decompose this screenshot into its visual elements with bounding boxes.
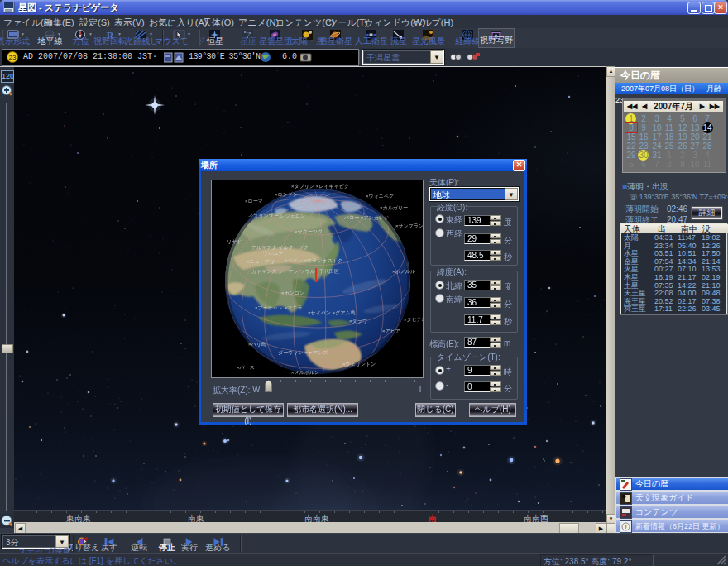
svg-text:バロー ×アンカレジ: バロー ×アンカレジ (343, 215, 389, 220)
svg-text:ダーウィン ×ケアンズ: ダーウィン ×ケアンズ (278, 350, 328, 355)
svg-text:リヤド: リヤド (227, 239, 242, 245)
svg-text:×ニューデリー: ×ニューデリー (247, 259, 280, 265)
svg-text:×タラワ: ×タラワ (349, 319, 367, 324)
svg-text:×ヤクーツク: ×ヤクーツク (295, 229, 323, 234)
svg-text:イスタンブール ジェロン: イスタンブール ジェロン (248, 213, 305, 218)
svg-text:×ローマ: ×ローマ (245, 199, 263, 204)
svg-text:×ホノルル: ×ホノルル (392, 269, 416, 274)
svg-text:アルマアタ イルクーツク: アルマアタ イルクーツク (251, 245, 309, 250)
svg-text:×バリ島: ×バリ島 (248, 342, 266, 348)
svg-text:×カルガリー: ×カルガリー (380, 205, 408, 211)
svg-text:カトマンズ シーアン ソウル: カトマンズ シーアン ソウル (251, 269, 316, 274)
svg-text:ウルムチ: ウルムチ (263, 251, 284, 256)
svg-text:×ウィニペグ: ×ウィニペグ (366, 194, 395, 199)
svg-text:千代田区: 千代田区 (318, 268, 339, 275)
svg-text:×サンフランシ: ×サンフランシ (395, 223, 423, 228)
svg-text:×メルボルン: ×メルボルン (291, 370, 319, 375)
svg-text:×タヒチ島: ×タヒチ島 (404, 317, 423, 323)
svg-text:×タブリン ×レイキャビク: ×タブリン ×レイキャビク (291, 183, 349, 189)
svg-text:×ウェリントン: ×ウェリントン (342, 362, 376, 367)
svg-text:23: 23 (9, 54, 17, 61)
svg-text:×ロンドン: ×ロンドン (275, 192, 298, 197)
svg-text:×アピア: ×アピア (382, 329, 400, 333)
svg-text:×サイパン ×グアム島: ×サイパン ×グアム島 (308, 310, 356, 316)
svg-text:×パース: ×パース (237, 365, 255, 370)
svg-text:×ペキン ×ウラジオストク: ×ペキン ×ウラジオストク (285, 258, 342, 264)
svg-text:×プーケット ×マニラ: ×プーケット ×マニラ (255, 305, 303, 310)
svg-text:×ホンコン: ×ホンコン (281, 290, 304, 295)
